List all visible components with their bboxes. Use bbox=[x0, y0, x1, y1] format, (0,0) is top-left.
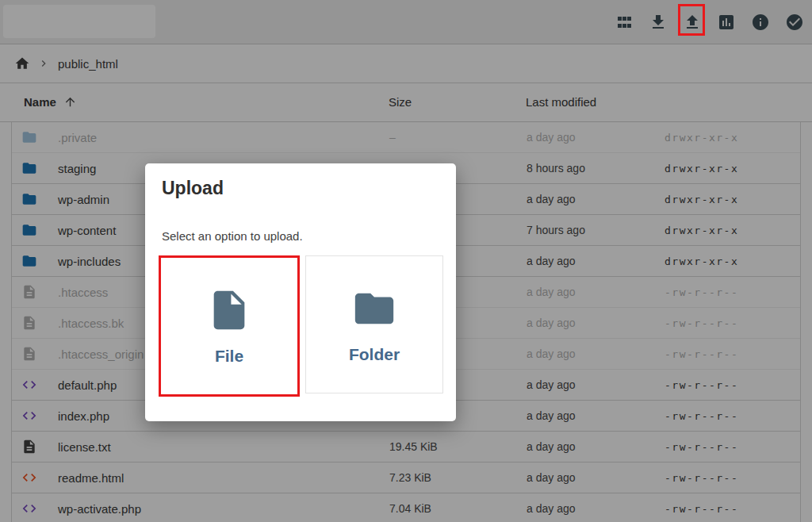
annotation-red-box-upload bbox=[678, 4, 705, 36]
upload-icon[interactable] bbox=[683, 13, 702, 32]
file-upload-icon bbox=[206, 287, 252, 333]
upload-option-label: File bbox=[215, 347, 243, 366]
upload-option-file[interactable]: File bbox=[159, 255, 300, 397]
file-manager-screen: public_html Name Size Last modified .pri… bbox=[0, 0, 812, 522]
folder-upload-icon bbox=[351, 286, 397, 332]
upload-option-folder[interactable]: Folder bbox=[305, 255, 443, 393]
upload-option-label: Folder bbox=[349, 345, 400, 364]
modal-subtitle: Select an option to upload. bbox=[162, 229, 303, 243]
upload-options: File Folder bbox=[159, 255, 443, 397]
upload-modal: Upload Select an option to upload. File … bbox=[145, 163, 456, 421]
modal-title: Upload bbox=[162, 178, 224, 199]
